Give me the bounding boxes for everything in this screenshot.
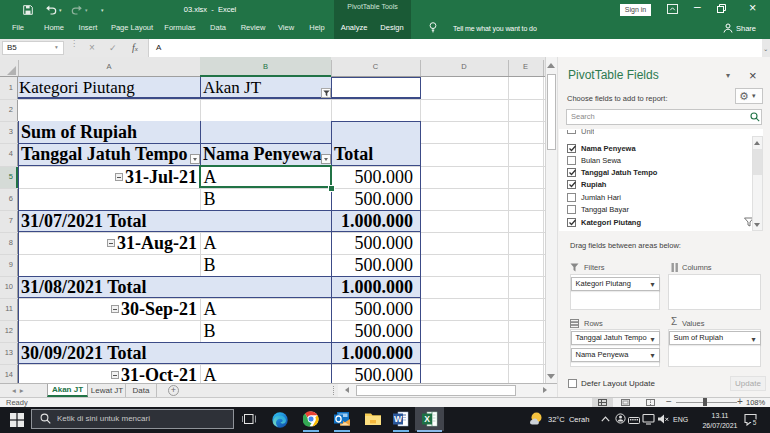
svg-text:X: X — [424, 414, 430, 424]
svg-text:W: W — [394, 414, 403, 424]
svg-text:5: 5 — [753, 419, 757, 426]
